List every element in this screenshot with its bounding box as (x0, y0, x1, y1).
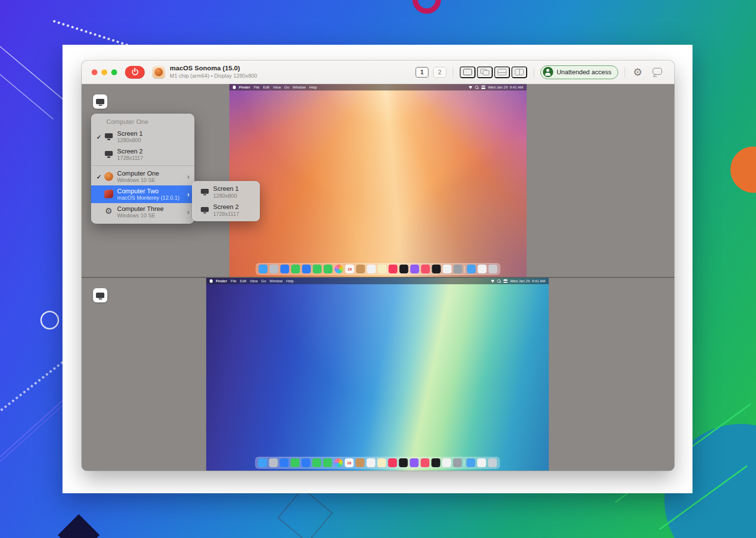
dock-icon[interactable] (465, 266, 465, 273)
screen-menu-item[interactable]: Screen 2 1728x1117 (91, 146, 194, 163)
menubar-clock[interactable]: Wed Jan 29 9:41 AM (488, 85, 523, 90)
pane2-screen-selector[interactable] (93, 288, 107, 302)
dock-icon[interactable] (489, 265, 498, 273)
unattended-access-label: Unattended access (557, 68, 611, 76)
computer-menu-item[interactable]: Computer Three Windows 10 SE (91, 203, 194, 221)
dock-icon[interactable] (388, 458, 397, 467)
dock-icon[interactable] (302, 265, 311, 273)
dock-icon[interactable] (323, 458, 332, 467)
settings-gear-icon[interactable] (633, 67, 642, 77)
menubar-item[interactable]: Edit (240, 279, 247, 283)
dock-icon[interactable] (410, 458, 419, 467)
dock-icon[interactable] (302, 458, 311, 467)
menubar-clock[interactable]: Wed Jan 29 9:41 AM (510, 279, 545, 283)
computer-app-icon (153, 66, 165, 78)
power-button[interactable] (125, 66, 145, 79)
menubar-item[interactable]: Help (309, 85, 316, 90)
dock-icon[interactable] (367, 458, 376, 467)
dock-icon[interactable] (443, 265, 452, 273)
screen-menu-item[interactable]: Screen 1 1280x800 (91, 128, 194, 146)
unattended-access-button[interactable]: Unattended access (540, 65, 618, 79)
menubar-item[interactable]: Help (286, 279, 293, 283)
menubar-item[interactable]: Window (293, 85, 306, 90)
layout-icon (463, 69, 472, 75)
dock-icon[interactable] (291, 265, 300, 273)
menubar-item[interactable]: View (273, 85, 281, 90)
dock-icon[interactable] (356, 265, 365, 273)
window-controls (92, 69, 117, 75)
apple-logo-icon[interactable] (233, 86, 236, 89)
dock-icon[interactable] (280, 458, 289, 467)
apple-logo-icon[interactable] (210, 279, 213, 283)
dock-icon[interactable] (421, 265, 430, 273)
layout-button[interactable] (511, 66, 527, 78)
minimize-window-button[interactable] (101, 69, 107, 75)
layout-button[interactable] (460, 66, 475, 78)
close-window-button[interactable] (92, 69, 97, 75)
wifi-icon[interactable] (469, 86, 472, 89)
dock-icon[interactable] (313, 265, 322, 273)
menubar-item[interactable]: Finder (239, 85, 251, 90)
dock-icon[interactable] (453, 458, 462, 467)
dock-icon[interactable] (389, 265, 398, 273)
dock-icon[interactable] (478, 265, 487, 273)
dock-icon[interactable] (335, 265, 344, 273)
computer-menu-item[interactable]: Computer One Windows 10 SE (91, 168, 194, 185)
search-icon[interactable] (497, 279, 501, 283)
submenu-screen-item[interactable]: Screen 1 1280x800 (192, 183, 260, 201)
decor-white-ring (40, 311, 59, 329)
dock-icon[interactable] (400, 265, 409, 273)
dock-icon[interactable] (432, 265, 441, 273)
submenu-screen-item[interactable]: Screen 2 1728x1117 (192, 201, 260, 219)
search-icon[interactable] (475, 86, 479, 90)
dock-icon[interactable] (467, 265, 476, 273)
dock-icon[interactable] (399, 458, 408, 467)
control-center-icon[interactable] (504, 279, 507, 283)
menubar-item[interactable]: View (250, 279, 257, 283)
dock-icon[interactable] (291, 458, 300, 467)
dock-icon[interactable] (477, 458, 486, 467)
menubar-item[interactable]: File (230, 279, 236, 283)
dock-icon[interactable] (367, 265, 376, 273)
menubar-item[interactable]: Window (270, 279, 283, 283)
layout-button[interactable] (494, 66, 510, 78)
dock-icon[interactable] (464, 459, 465, 467)
display-number-button[interactable]: 2 (433, 67, 446, 78)
dock-icon[interactable] (467, 458, 475, 467)
zoom-window-button[interactable] (111, 69, 117, 75)
dock-icon[interactable] (270, 265, 279, 273)
menubar-item[interactable]: Go (261, 279, 266, 283)
dock-icon[interactable] (258, 458, 267, 467)
menubar-item[interactable]: File (253, 85, 259, 90)
dock-icon[interactable] (454, 265, 463, 273)
dock-icon[interactable] (378, 458, 386, 467)
display-number-button[interactable]: 1 (415, 67, 429, 78)
dock-icon[interactable] (313, 458, 321, 467)
menubar-item[interactable]: Go (284, 85, 289, 90)
menubar-item[interactable]: Edit (263, 85, 270, 90)
dock-icon[interactable] (281, 265, 289, 273)
dock-icon[interactable] (410, 265, 419, 273)
menubar-item[interactable]: Finder (216, 279, 227, 283)
dock-icon[interactable] (488, 458, 497, 467)
dock-icon[interactable] (259, 265, 268, 273)
dock-icon[interactable] (324, 265, 333, 273)
layout-button[interactable] (477, 66, 493, 78)
remote-desktop-2[interactable]: FinderFileEditViewGoWindowHelp Wed Jan 2… (206, 278, 549, 471)
dock-icon[interactable] (334, 458, 343, 467)
dock-icon[interactable] (345, 458, 354, 467)
dock-icon[interactable] (356, 458, 365, 467)
control-center-icon[interactable] (481, 86, 485, 89)
dock-icon[interactable] (378, 265, 387, 273)
dock-icon[interactable] (442, 458, 451, 467)
dock-icon[interactable] (432, 458, 441, 467)
dock-icon[interactable] (346, 265, 354, 273)
wifi-icon[interactable] (491, 280, 495, 283)
computer-menu-item[interactable]: Computer Two macOS Monterey (12.0.1) (91, 185, 194, 203)
dock-icon[interactable] (421, 458, 430, 467)
dock-icon[interactable] (269, 458, 278, 467)
pane1-screen-selector[interactable] (93, 94, 107, 109)
chat-bubble-icon[interactable] (653, 67, 662, 77)
decor-orange-circle (730, 147, 756, 193)
remote-desktop-1[interactable]: FinderFileEditViewGoWindowHelp Wed Jan 2… (229, 84, 527, 277)
